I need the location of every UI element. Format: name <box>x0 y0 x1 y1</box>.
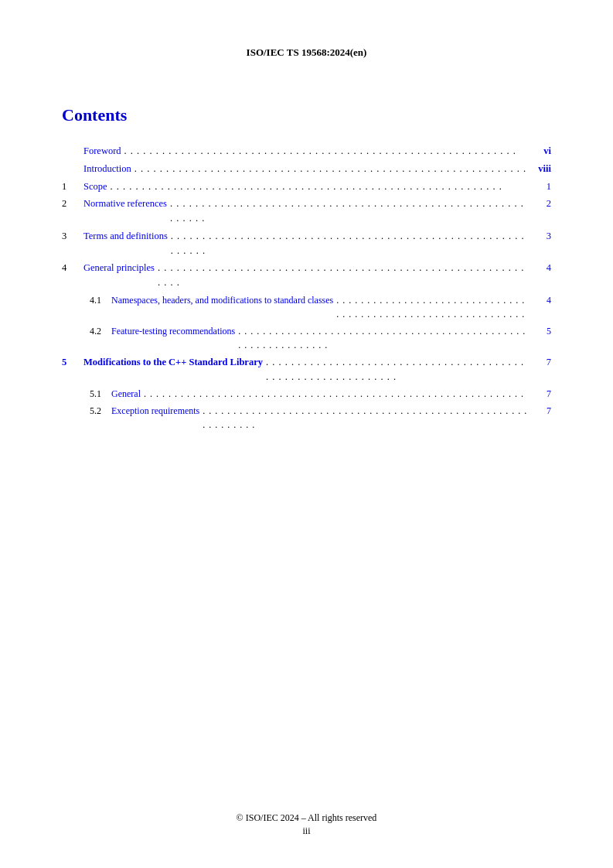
toc-item-namespaces[interactable]: 4.1Namespaces, headers, and modification… <box>62 293 551 321</box>
toc-page-introduction: viii <box>533 162 551 176</box>
toc-page-general-principles: 4 <box>533 261 551 275</box>
toc-label-namespaces[interactable]: Namespaces, headers, and modifications t… <box>111 293 333 307</box>
toc-item-general-principles[interactable]: 4General principles4 <box>62 261 551 290</box>
toc-item-scope[interactable]: 1Scope1 <box>62 179 551 194</box>
toc-dots-feature-testing <box>238 324 530 352</box>
toc-page-foreword: vi <box>533 144 551 159</box>
toc-label-modifications-cpp[interactable]: Modifications to the C++ Standard Librar… <box>83 355 263 370</box>
toc-num-exception-requirements: 5.2 <box>90 404 111 418</box>
toc-page-terms-definitions: 3 <box>533 229 551 244</box>
toc-item-general[interactable]: 5.1General7 <box>62 387 551 401</box>
contents-heading: Contents <box>62 105 551 125</box>
toc-label-terms-definitions[interactable]: Terms and definitions <box>83 229 168 244</box>
toc-dots-modifications-cpp <box>266 355 530 384</box>
toc-page-scope: 1 <box>533 179 551 194</box>
toc-dots-introduction <box>135 162 530 176</box>
toc-item-feature-testing[interactable]: 4.2Feature-testing recommendations5 <box>62 324 551 352</box>
toc-label-general-principles[interactable]: General principles <box>83 261 155 275</box>
toc-label-introduction[interactable]: Introduction <box>83 162 131 176</box>
toc-num-feature-testing: 4.2 <box>90 324 111 338</box>
page: ISO/IEC TS 19568:2024(en) Contents Forew… <box>0 0 613 868</box>
toc-label-feature-testing[interactable]: Feature-testing recommendations <box>111 324 235 338</box>
toc-dots-normative-references <box>170 196 530 226</box>
toc-num-modifications-cpp: 5 <box>62 355 83 370</box>
toc-dots-general-principles <box>158 261 530 290</box>
toc-dots-scope <box>111 179 530 194</box>
toc-page-exception-requirements: 7 <box>533 404 551 418</box>
toc-dots-namespaces <box>336 293 530 321</box>
toc-dots-exception-requirements <box>203 404 530 432</box>
toc-label-normative-references[interactable]: Normative references <box>83 196 167 211</box>
footer-page-number: iii <box>0 825 613 837</box>
toc-item-foreword[interactable]: Forewordvi <box>62 144 551 159</box>
toc-num-normative-references: 2 <box>62 196 83 211</box>
document-title: ISO/IEC TS 19568:2024(en) <box>62 46 551 59</box>
toc-label-scope[interactable]: Scope <box>83 179 107 194</box>
toc-dots-terms-definitions <box>171 229 530 258</box>
toc-page-feature-testing: 5 <box>533 324 551 338</box>
toc-item-normative-references[interactable]: 2Normative references2 <box>62 196 551 226</box>
page-footer: © ISO/IEC 2024 – All rights reserved iii <box>0 812 613 837</box>
toc-page-general: 7 <box>533 387 551 401</box>
toc-num-namespaces: 4.1 <box>90 293 111 307</box>
toc-num-terms-definitions: 3 <box>62 229 83 244</box>
toc-label-foreword[interactable]: Foreword <box>83 144 121 159</box>
toc-page-normative-references: 2 <box>533 196 551 211</box>
toc-dots-foreword <box>124 144 530 159</box>
footer-copyright: © ISO/IEC 2024 – All rights reserved <box>0 812 613 824</box>
toc-label-general[interactable]: General <box>111 387 141 401</box>
table-of-contents: ForewordviIntroductionviii1Scope12Normat… <box>62 144 551 432</box>
toc-num-general: 5.1 <box>90 387 111 401</box>
toc-num-scope: 1 <box>62 179 83 194</box>
toc-item-exception-requirements[interactable]: 5.2Exception requirements7 <box>62 404 551 432</box>
toc-page-namespaces: 4 <box>533 293 551 307</box>
toc-page-modifications-cpp: 7 <box>533 355 551 370</box>
toc-item-terms-definitions[interactable]: 3Terms and definitions3 <box>62 229 551 258</box>
toc-item-modifications-cpp[interactable]: 5Modifications to the C++ Standard Libra… <box>62 355 551 384</box>
toc-label-exception-requirements[interactable]: Exception requirements <box>111 404 199 418</box>
toc-num-general-principles: 4 <box>62 261 83 275</box>
toc-item-introduction[interactable]: Introductionviii <box>62 162 551 176</box>
toc-dots-general <box>144 387 530 401</box>
